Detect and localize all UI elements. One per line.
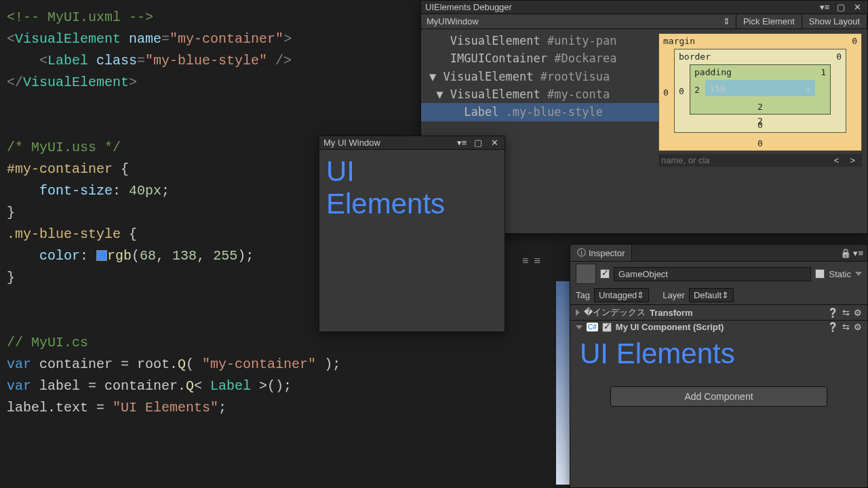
tag-layer-row: Tag Untagged ⇕ Layer Default ⇕ [570, 286, 867, 304]
css-prop: color [7, 248, 80, 264]
ui-elements-label: UIElements [326, 155, 498, 221]
attr-value: "my-container" [170, 31, 283, 47]
window-menu-icon[interactable]: ▾≡ [818, 2, 831, 12]
selector: .my-blue-style [7, 226, 121, 242]
tree-row[interactable]: VisualElement #unity-pan [421, 32, 658, 49]
transform-icon: �インデックス [584, 306, 646, 319]
layer-label: Layer [663, 290, 685, 300]
component-transform[interactable]: �インデックス Transform ⇆ [570, 304, 867, 320]
show-layout-button[interactable]: Show Layout [802, 14, 867, 28]
component-title: Transform [650, 308, 693, 318]
window-title: UIElements Debugger [425, 2, 512, 12]
inspector-tabbar: ⓘ Inspector ▾≡ [570, 245, 867, 262]
tab-inspector[interactable]: ⓘ Inspector [570, 245, 632, 261]
window-menu-icon[interactable]: ▾≡ [456, 138, 468, 148]
keyword: var [7, 357, 31, 372]
debugger-titlebar[interactable]: UIElements Debugger ▾≡ ▢ ✕ [421, 1, 867, 14]
tag-dropdown[interactable]: Untagged ⇕ [594, 288, 649, 302]
tree-row[interactable]: ▼ VisualElement #my-conta [421, 85, 658, 103]
gear-icon[interactable] [854, 308, 862, 318]
angle-open: < [7, 31, 15, 47]
info-icon: ⓘ [577, 247, 586, 259]
uxml-comment: <!-- MyUI.uxml --> [7, 9, 153, 25]
active-checkbox[interactable] [600, 269, 610, 279]
dropdown-value: MyUIWindow [427, 16, 479, 26]
preset-icon[interactable]: ⇆ [842, 322, 850, 332]
gameobject-header: GameObject Static [570, 262, 867, 286]
gameobject-name-field[interactable]: GameObject [614, 267, 811, 281]
static-label: Static [829, 269, 851, 279]
box-margin: margin 0 0 0 border 0 0 0 padding 1 2 2 [658, 33, 862, 151]
tag-label: Tag [576, 290, 590, 300]
close-icon[interactable]: ✕ [851, 2, 863, 12]
gizmo-controls[interactable] [522, 256, 540, 268]
menu-icon[interactable] [522, 256, 529, 268]
chevron-updown-icon: ⇕ [723, 16, 730, 26]
tree-row[interactable]: IMGUIContainer #Dockarea [421, 49, 658, 67]
debugger-toolbar: MyUIWindow ⇕ Pick Element Show Layout [421, 14, 867, 29]
inspector-window[interactable]: ⓘ Inspector ▾≡ GameObject Static Tag Unt… [570, 244, 868, 488]
tag: VisualElement [15, 31, 121, 47]
layer-dropdown[interactable]: Default ⇕ [689, 288, 734, 302]
menu-icon[interactable] [534, 256, 541, 268]
tree-row[interactable]: Label .my-blue-style [421, 103, 658, 121]
tag: VisualElement [23, 75, 129, 90]
component-title: My UI Component (Script) [616, 322, 724, 332]
expand-icon[interactable] [576, 325, 583, 329]
static-dropdown-icon[interactable] [855, 272, 862, 276]
component-my-ui-script[interactable]: C# My UI Component (Script) ⇆ [570, 320, 867, 333]
gear-icon[interactable] [854, 322, 862, 332]
next-icon[interactable]: > [846, 155, 859, 165]
box-padding: padding 1 2 2 158 x 2 [690, 64, 831, 115]
attr-value: "my-blue-style" [145, 53, 267, 68]
preset-icon[interactable]: ⇆ [842, 308, 850, 318]
attr: class [96, 53, 137, 68]
ui-elements-inspector-label: UI Elements [570, 333, 867, 374]
enable-checkbox[interactable] [602, 323, 612, 332]
style-search[interactable]: < > [658, 154, 862, 167]
my-ui-window[interactable]: My UI Window ▾≡ ▢ ✕ UIElements [319, 136, 505, 332]
help-icon[interactable] [827, 322, 838, 332]
color-swatch-icon [96, 250, 107, 261]
myui-titlebar[interactable]: My UI Window ▾≡ ▢ ✕ [319, 136, 505, 150]
cs-comment: // MyUI.cs [7, 335, 88, 350]
expand-icon[interactable] [576, 309, 580, 316]
tag: Label [47, 53, 88, 68]
uss-comment: /* MyUI.uss */ [7, 140, 121, 155]
attr: name [129, 31, 161, 47]
gameobject-icon[interactable] [576, 264, 596, 284]
game-view-peek [556, 281, 570, 485]
minimize-icon[interactable]: ▢ [472, 138, 484, 148]
window-title: My UI Window [323, 138, 380, 148]
css-prop: font-size [7, 183, 113, 199]
keyword: var [7, 378, 31, 394]
static-checkbox[interactable] [815, 269, 825, 279]
pick-element-button[interactable]: Pick Element [736, 14, 802, 28]
target-window-dropdown[interactable]: MyUIWindow ⇕ [421, 14, 736, 28]
box-content: 158 x [705, 80, 815, 96]
search-input[interactable] [661, 155, 827, 165]
help-icon[interactable] [827, 308, 838, 318]
close-icon[interactable]: ✕ [488, 138, 500, 148]
selector: #my-container [7, 161, 113, 177]
minimize-icon[interactable]: ▢ [835, 2, 847, 12]
lock-icon[interactable]: ▾≡ [836, 246, 867, 260]
prev-icon[interactable]: < [830, 155, 844, 165]
box-border: border 0 0 0 padding 1 2 2 158 x [674, 49, 846, 133]
box-model-panel: margin 0 0 0 border 0 0 0 padding 1 2 2 [658, 29, 867, 229]
script-icon: C# [587, 323, 598, 331]
tree-row[interactable]: ▼ VisualElement #rootVisua [421, 68, 658, 85]
add-component-button[interactable]: Add Component [610, 386, 827, 407]
css-value: 40px [129, 183, 161, 199]
